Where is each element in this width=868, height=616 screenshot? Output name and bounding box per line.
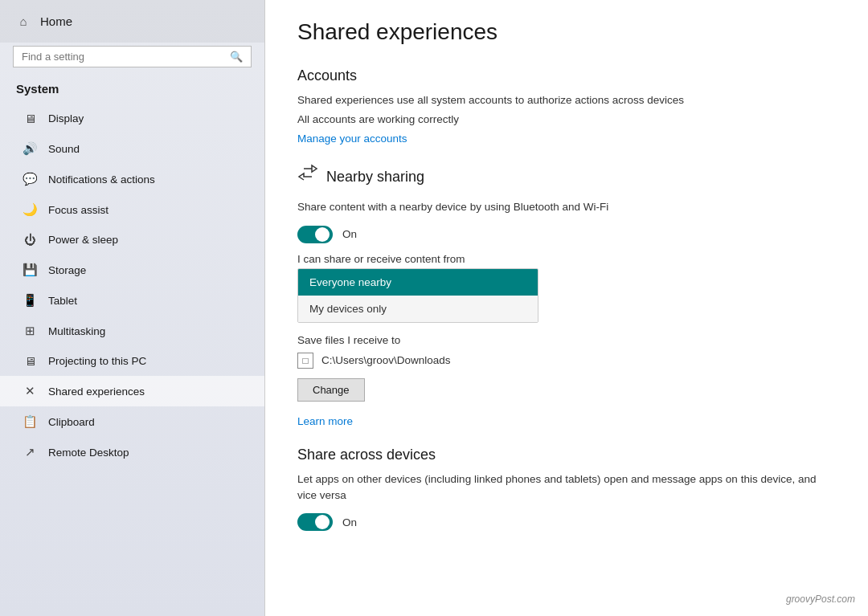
sidebar-item-notifications[interactable]: 💬 Notifications & actions: [0, 164, 264, 194]
projecting-icon: 🖥: [23, 354, 37, 368]
sidebar-item-label: Storage: [48, 264, 86, 276]
sidebar-item-focus-assist[interactable]: 🌙 Focus assist: [0, 194, 264, 225]
sidebar-item-power-sleep[interactable]: ⏻ Power & sleep: [0, 225, 264, 255]
nearby-sharing-icon: [297, 164, 318, 190]
sidebar-item-clipboard[interactable]: 📋 Clipboard: [0, 406, 264, 437]
dropdown-option-everyone[interactable]: Everyone nearby: [298, 269, 538, 296]
sidebar-item-storage[interactable]: 💾 Storage: [0, 255, 264, 285]
change-button[interactable]: Change: [297, 378, 365, 402]
sidebar-home[interactable]: ⌂ Home: [0, 0, 264, 43]
share-across-toggle[interactable]: [297, 513, 333, 531]
tablet-icon: 📱: [23, 293, 37, 308]
sound-icon: 🔊: [23, 141, 37, 156]
save-files-label: Save files I receive to: [297, 334, 836, 346]
home-icon: ⌂: [16, 14, 31, 28]
sidebar-item-label: Clipboard: [48, 416, 95, 428]
search-icon: 🔍: [230, 51, 243, 63]
nearby-sharing-title: Nearby sharing: [326, 169, 424, 186]
sidebar-item-label: Projecting to this PC: [48, 355, 146, 367]
file-path-text: C:\Users\groov\Downloads: [321, 354, 451, 366]
sidebar-item-label: Focus assist: [48, 204, 108, 216]
display-icon: 🖥: [23, 112, 37, 125]
nearby-sharing-toggle-row: On: [297, 226, 836, 243]
system-section-label: System: [0, 77, 264, 104]
dropdown-box: Everyone nearby My devices only: [297, 268, 538, 323]
sidebar-item-tablet[interactable]: 📱 Tablet: [0, 285, 264, 316]
home-label: Home: [40, 14, 72, 28]
main-content: Shared experiences Accounts Shared exper…: [265, 0, 868, 616]
dropdown-option-my-devices[interactable]: My devices only: [298, 296, 538, 322]
shared-experiences-icon: ✕: [23, 384, 37, 398]
accounts-description: Shared experiences use all system accoun…: [297, 92, 836, 108]
sidebar: ⌂ Home 🔍 System 🖥 Display 🔊 Sound 💬 Noti…: [0, 0, 265, 616]
nearby-sharing-description: Share content with a nearby device by us…: [297, 199, 836, 215]
sidebar-item-display[interactable]: 🖥 Display: [0, 104, 264, 133]
nearby-sharing-toggle[interactable]: [297, 226, 333, 243]
share-from-dropdown[interactable]: Everyone nearby My devices only: [297, 268, 538, 323]
share-across-description: Let apps on other devices (including lin…: [297, 471, 836, 504]
storage-icon: 💾: [23, 263, 37, 277]
clipboard-icon: 📋: [23, 414, 37, 429]
folder-icon: □: [297, 353, 313, 369]
accounts-section-title: Accounts: [297, 67, 836, 84]
share-across-toggle-row: On: [297, 513, 836, 531]
sidebar-item-multitasking[interactable]: ⊞ Multitasking: [0, 316, 264, 346]
page-title: Shared experiences: [297, 19, 836, 45]
search-input[interactable]: [22, 51, 223, 63]
sidebar-item-label: Sound: [48, 143, 80, 155]
search-box-container: 🔍: [13, 46, 252, 67]
sidebar-item-label: Display: [48, 112, 84, 124]
multitasking-icon: ⊞: [23, 324, 37, 338]
sidebar-item-label: Multitasking: [48, 325, 105, 337]
remote-desktop-icon: ↗: [23, 445, 37, 459]
sidebar-item-shared-experiences[interactable]: ✕ Shared experiences: [0, 376, 264, 406]
accounts-status: All accounts are working correctly: [297, 113, 836, 125]
share-across-toggle-label: On: [342, 516, 357, 528]
share-across-title: Share across devices: [297, 447, 836, 463]
sidebar-item-sound[interactable]: 🔊 Sound: [0, 133, 264, 164]
manage-accounts-link[interactable]: Manage your accounts: [297, 133, 407, 145]
nearby-sharing-header: Nearby sharing: [297, 164, 836, 190]
focus-assist-icon: 🌙: [23, 202, 37, 217]
sidebar-item-projecting[interactable]: 🖥 Projecting to this PC: [0, 346, 264, 376]
share-from-label: I can share or receive content from: [297, 253, 836, 265]
power-sleep-icon: ⏻: [23, 233, 37, 247]
sidebar-item-label: Notifications & actions: [48, 173, 155, 186]
watermark: groovyPost.com: [786, 594, 855, 605]
nearby-sharing-toggle-label: On: [342, 228, 357, 240]
notifications-icon: 💬: [23, 172, 37, 186]
learn-more-link[interactable]: Learn more: [297, 415, 353, 427]
sidebar-item-label: Remote Desktop: [48, 447, 129, 459]
sidebar-item-remote-desktop[interactable]: ↗ Remote Desktop: [0, 437, 264, 467]
sidebar-item-label: Shared experiences: [48, 386, 145, 398]
sidebar-item-label: Power & sleep: [48, 234, 118, 246]
sidebar-item-label: Tablet: [48, 295, 77, 307]
file-path-row: □ C:\Users\groov\Downloads: [297, 353, 836, 369]
